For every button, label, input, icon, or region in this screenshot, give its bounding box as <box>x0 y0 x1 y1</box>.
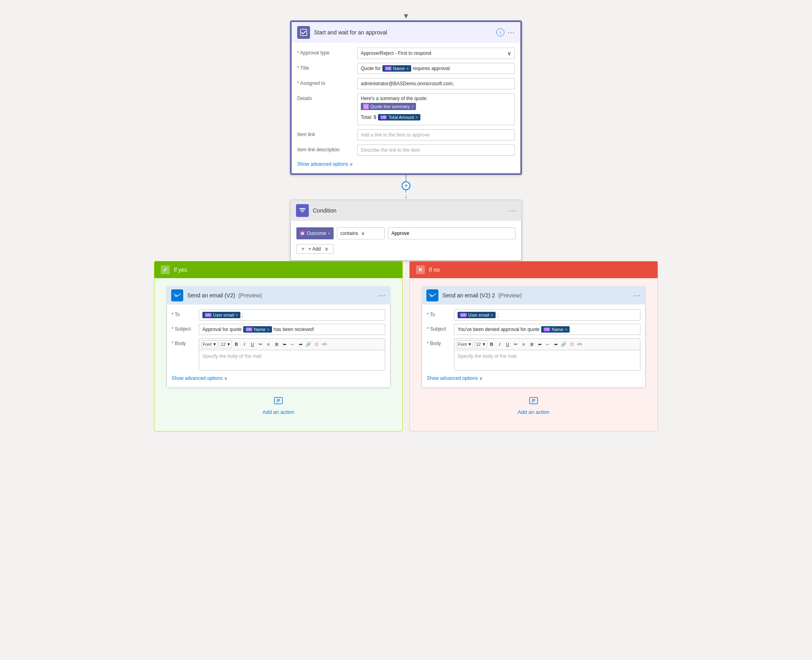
no-advanced-chevron-icon: ∨ <box>479 375 483 381</box>
branches-container: ✓ If yes O <box>154 261 658 431</box>
condition-card-header: Condition ··· <box>290 200 522 221</box>
approval-type-row: * Approval type Approve/Reject - First t… <box>297 48 515 59</box>
yes-name-token-close[interactable]: × <box>267 327 270 332</box>
plus-connector-1[interactable]: + ↓ <box>402 175 410 200</box>
yes-email-icon: O <box>171 289 183 301</box>
yes-user-email-db-icon: DB <box>205 313 212 317</box>
yes-user-email-token[interactable]: DB User email × <box>202 312 240 318</box>
info-icon[interactable]: i <box>496 28 504 36</box>
add-step-button[interactable]: + <box>402 181 410 190</box>
no-bullet-list-button[interactable]: ≡ <box>520 341 527 348</box>
no-italic-button[interactable]: I <box>496 341 503 348</box>
title-suffix: requires approval <box>413 66 450 71</box>
no-ordered-list-button[interactable]: ≣ <box>528 341 535 348</box>
yes-code-button[interactable]: </> <box>321 341 328 348</box>
no-to-input[interactable]: DB User email × ; <box>454 309 640 321</box>
no-align-center-button[interactable]: ↔ <box>544 341 551 348</box>
no-size-chevron: ▼ <box>482 342 486 347</box>
yes-font-select[interactable]: Font ▼ <box>202 340 218 348</box>
no-align-left-button[interactable]: ⬅ <box>536 341 543 348</box>
yes-align-right-button[interactable]: ➡ <box>297 341 304 348</box>
quote-line-token-close[interactable]: × <box>411 104 414 109</box>
total-amount-db-icon: DB <box>380 115 387 119</box>
yes-ordered-list-button[interactable]: ≣ <box>273 341 280 348</box>
yes-align-left-button[interactable]: ⬅ <box>281 341 288 348</box>
outcome-token-close[interactable]: × <box>328 231 330 236</box>
total-amount-token[interactable]: DB Total Amount × <box>378 114 420 120</box>
title-input[interactable]: Quote for DB Name × requires approval <box>357 63 515 74</box>
condition-card-title: Condition <box>313 207 505 214</box>
assigned-to-label: * Assigned to <box>297 78 353 86</box>
outcome-token[interactable]: Outcome × <box>296 227 334 239</box>
no-pencil-button[interactable]: ✏ <box>512 341 519 348</box>
yes-name-token[interactable]: DB Name × <box>243 326 272 333</box>
yes-subject-input[interactable]: Approval for quote DB Name × has been re… <box>199 324 385 335</box>
name-token-title[interactable]: DB Name × <box>382 65 411 72</box>
yes-pencil-button[interactable]: ✏ <box>257 341 264 348</box>
yes-underline-button[interactable]: U <box>249 341 256 348</box>
condition-more-menu[interactable]: ··· <box>509 207 516 215</box>
no-underline-button[interactable]: U <box>504 341 511 348</box>
quote-line-token[interactable]: {x} Quote line summary × <box>361 103 416 110</box>
title-label: * Title <box>297 63 353 71</box>
yes-name-db-icon: DB <box>246 327 252 331</box>
more-menu-button[interactable]: ··· <box>508 28 515 37</box>
no-x-icon: ✕ <box>416 265 425 274</box>
yes-bold-button[interactable]: B <box>233 341 240 348</box>
no-align-right-button[interactable]: ➡ <box>552 341 559 348</box>
yes-add-action-label: Add an action <box>262 409 294 415</box>
dropdown-chevron: ∨ <box>507 50 511 56</box>
details-input[interactable]: Here's a summary of the quote: {x} Quote… <box>357 93 515 125</box>
yes-add-action[interactable]: Add an action <box>254 388 302 423</box>
item-link-input[interactable]: Add a link to the item to approve <box>357 129 515 140</box>
approval-show-advanced[interactable]: Show advanced options ∨ <box>297 160 515 169</box>
no-unlink-button[interactable]: ⛓ <box>568 341 575 348</box>
no-branch: ✕ If no O <box>409 261 658 431</box>
no-branch-header: ✕ If no <box>410 261 658 278</box>
yes-user-email-token-close[interactable]: × <box>236 313 238 317</box>
approval-card-title: Start and wait for an approval <box>314 29 492 36</box>
assigned-to-input[interactable]: administrator@BASDemo.onmicrosoft.com; <box>357 78 515 89</box>
no-code-button[interactable]: </> <box>576 341 583 348</box>
yes-email-body: * To DB User email × ; <box>166 305 390 388</box>
yes-checkmark-icon: ✓ <box>161 265 170 274</box>
add-chevron-icon: ∨ <box>325 246 328 252</box>
yes-size-select[interactable]: 12 ▼ <box>220 340 232 348</box>
yes-to-input[interactable]: DB User email × ; <box>199 309 385 321</box>
yes-body-editor[interactable]: Font ▼ 12 ▼ B I <box>199 338 385 371</box>
add-condition-button[interactable]: + + Add ∨ <box>296 244 334 254</box>
yes-italic-button[interactable]: I <box>241 341 248 348</box>
total-amount-token-close[interactable]: × <box>416 115 418 120</box>
yes-add-action-icon <box>274 396 283 407</box>
no-editor-content[interactable]: Specify the body of the mail <box>454 350 640 370</box>
no-name-token[interactable]: DB Name × <box>541 326 570 333</box>
yes-editor-content[interactable]: Specify the body of the mail <box>199 350 385 370</box>
name-token-close[interactable]: × <box>406 66 409 71</box>
yes-link-button[interactable]: 🔗 <box>305 341 312 348</box>
yes-branch-header: ✓ If yes <box>154 261 402 278</box>
yes-align-center-button[interactable]: ↔ <box>289 341 296 348</box>
no-user-email-token[interactable]: DB User email × <box>458 312 496 318</box>
item-link-desc-input[interactable]: Describe the link to the item <box>357 144 515 156</box>
yes-bullet-list-button[interactable]: ≡ <box>265 341 272 348</box>
no-bold-button[interactable]: B <box>488 341 495 348</box>
approval-icon <box>297 26 310 39</box>
no-show-advanced[interactable]: Show advanced options ∨ <box>427 374 640 383</box>
outcome-icon <box>300 231 305 236</box>
yes-show-advanced[interactable]: Show advanced options ∨ <box>172 374 385 383</box>
no-user-email-token-close[interactable]: × <box>491 313 493 317</box>
no-add-action[interactable]: Add an action <box>510 388 558 423</box>
no-font-select[interactable]: Font ▼ <box>457 340 473 348</box>
approval-type-dropdown[interactable]: Approve/Reject - First to respond ∨ <box>357 48 515 59</box>
yes-email-more-menu[interactable]: ··· <box>378 291 386 300</box>
no-email-more-menu[interactable]: ··· <box>634 291 641 300</box>
condition-value-input[interactable] <box>388 227 516 239</box>
no-link-button[interactable]: 🔗 <box>560 341 567 348</box>
no-name-token-close[interactable]: × <box>565 327 568 332</box>
no-subject-input[interactable]: You've been denied approval for quote DB… <box>454 324 640 335</box>
condition-operator-dropdown[interactable]: contains ∨ <box>337 227 385 239</box>
no-size-select[interactable]: 12 ▼ <box>475 340 487 348</box>
yes-subject-label: * Subject <box>172 324 196 332</box>
no-body-editor[interactable]: Font ▼ 12 ▼ B I <box>454 338 640 371</box>
yes-unlink-button[interactable]: ⛓ <box>313 341 320 348</box>
